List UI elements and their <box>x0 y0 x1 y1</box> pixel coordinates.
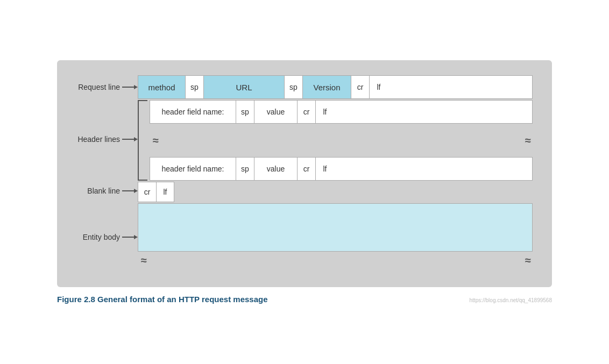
url-cell: URL <box>204 76 285 98</box>
header-value-2: value <box>254 158 298 180</box>
header-cr-2: cr <box>298 158 316 180</box>
header-name-2: header field name: <box>150 158 236 180</box>
cr1-cell: cr <box>351 76 370 98</box>
omission-row-entity: ≈ ≈ <box>138 252 533 269</box>
bracket-left <box>138 100 147 181</box>
header-field-row-2: header field name: sp value cr <box>150 157 533 181</box>
blank-lf-cell: lf <box>156 182 174 202</box>
request-line-label: Request line <box>78 83 120 91</box>
request-line-row: method sp URL sp Version cr <box>138 75 533 99</box>
entity-body-label: Entity body <box>83 233 120 241</box>
entity-body-section: ≈ ≈ <box>138 203 533 269</box>
blank-line-row: cr lf <box>138 182 533 202</box>
header-cr-1: cr <box>298 101 316 123</box>
entity-omission-right: ≈ <box>525 255 529 266</box>
blank-line-label: Blank line <box>87 187 120 195</box>
header-lf-1: lf <box>316 101 334 123</box>
sp1-cell: sp <box>186 76 204 98</box>
header-lines-label: Header lines <box>77 135 120 144</box>
entity-body-box <box>138 203 533 252</box>
header-value-1: value <box>254 101 298 123</box>
omission-row-header: ≈ ≈ <box>150 131 533 150</box>
header-field-row-1: header field name: sp value cr <box>150 100 533 124</box>
version-cell: Version <box>303 76 351 98</box>
lf1-cell: lf <box>370 76 388 98</box>
method-cell: method <box>138 76 186 98</box>
figure-caption: Figure 2.8 General format of an HTTP req… <box>57 295 268 304</box>
sp2-cell: sp <box>285 76 303 98</box>
header-name-1: header field name: <box>150 101 236 123</box>
header-sp-2: sp <box>236 158 254 180</box>
header-lf-2: lf <box>316 158 334 180</box>
header-lines-section: header field name: sp value cr <box>138 100 533 181</box>
blank-cr-cell: cr <box>138 182 156 202</box>
figure-watermark: https://blog.csdn.net/qq_41899568 <box>470 297 552 303</box>
omission-marks-left: ≈ <box>153 135 157 146</box>
omission-marks-right: ≈ <box>525 135 529 146</box>
entity-omission-left: ≈ <box>141 255 145 266</box>
header-sp-1: sp <box>236 101 254 123</box>
